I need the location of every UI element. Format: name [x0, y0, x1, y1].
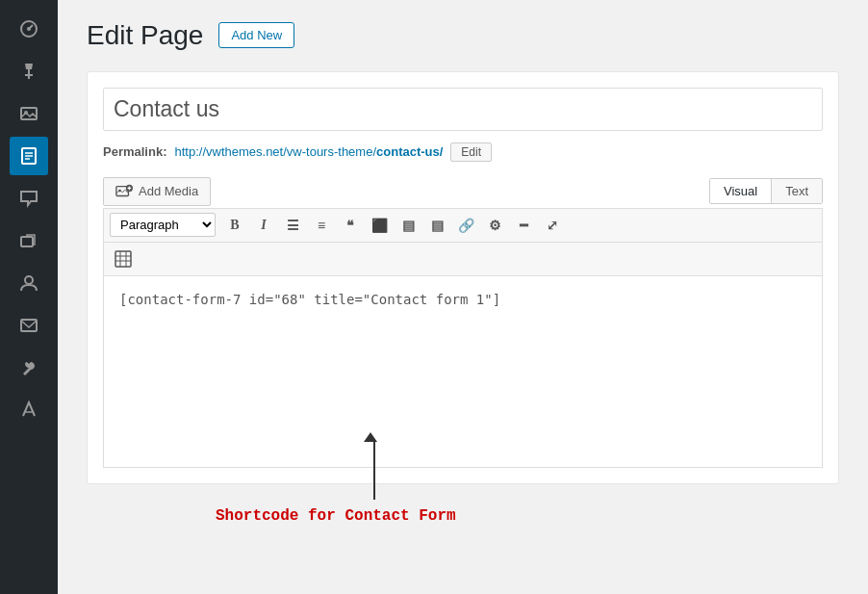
- sidebar-icon-settings[interactable]: [10, 391, 48, 429]
- italic-button[interactable]: I: [250, 213, 277, 238]
- svg-rect-17: [115, 251, 131, 267]
- svg-rect-8: [21, 237, 33, 246]
- svg-point-1: [27, 27, 31, 31]
- add-new-button[interactable]: Add New: [218, 22, 294, 48]
- bold-button[interactable]: B: [221, 213, 248, 238]
- page-header: Edit Page Add New: [87, 19, 839, 52]
- sidebar-icon-users[interactable]: [10, 264, 48, 302]
- arrow-head: [364, 432, 377, 442]
- page-title: Edit Page: [87, 19, 203, 52]
- permalink-row: Permalink: http://vwthemes.net/vw-tours-…: [103, 142, 823, 162]
- shortcode-content: [contact-form-7 id="68" title="Contact f…: [119, 292, 806, 307]
- add-media-icon: [115, 183, 133, 200]
- align-center-button[interactable]: ▤: [395, 213, 421, 238]
- svg-point-9: [25, 276, 33, 284]
- sidebar-icon-media[interactable]: [10, 94, 48, 133]
- annotation-label: Shortcode for Contact Form: [216, 507, 456, 525]
- align-left-button[interactable]: ⬛: [366, 213, 393, 238]
- toolbar-row: Add Media Visual Text: [103, 177, 823, 206]
- permalink-slug: contact-us/: [376, 144, 443, 159]
- sidebar-icon-mail[interactable]: [10, 306, 48, 345]
- sidebar-icon-appearance[interactable]: [10, 221, 48, 260]
- align-right-button[interactable]: ▤: [423, 213, 450, 238]
- tab-visual[interactable]: Visual: [710, 179, 772, 203]
- format-toolbar-2: [103, 242, 823, 275]
- add-media-label: Add Media: [139, 184, 198, 198]
- tab-text[interactable]: Text: [772, 179, 822, 203]
- arrow-line: [373, 442, 375, 500]
- sidebar: [0, 0, 58, 594]
- permalink-edit-button[interactable]: Edit: [450, 142, 492, 162]
- unordered-list-button[interactable]: ☰: [279, 213, 306, 238]
- table-button[interactable]: [110, 246, 137, 271]
- hr-button[interactable]: ━: [510, 213, 537, 238]
- sidebar-icon-dashboard[interactable]: [10, 10, 48, 48]
- sidebar-icon-comments[interactable]: [10, 179, 48, 218]
- editor-area[interactable]: [contact-form-7 id="68" title="Contact f…: [103, 275, 823, 468]
- page-title-input[interactable]: [103, 88, 823, 131]
- svg-rect-10: [21, 320, 37, 331]
- annotation-arrow: Shortcode for Contact Form: [216, 432, 456, 521]
- fullscreen-button[interactable]: ⤢: [539, 213, 566, 238]
- editor-container: Permalink: http://vwthemes.net/vw-tours-…: [87, 71, 839, 484]
- permalink-link[interactable]: http://vwthemes.net/vw-tours-theme/conta…: [174, 144, 443, 159]
- visual-text-tabs: Visual Text: [709, 178, 823, 204]
- sidebar-icon-pages[interactable]: [10, 137, 48, 175]
- format-select[interactable]: Paragraph Heading 1 Heading 2 Heading 3 …: [110, 213, 216, 237]
- sidebar-icon-tools[interactable]: [10, 349, 48, 387]
- format-toolbar: Paragraph Heading 1 Heading 2 Heading 3 …: [103, 208, 823, 242]
- permalink-label: Permalink:: [103, 144, 166, 159]
- ordered-list-button[interactable]: ≡: [308, 213, 335, 238]
- unlink-button[interactable]: ⚙: [481, 213, 508, 238]
- sidebar-icon-pin[interactable]: [10, 52, 48, 90]
- link-button[interactable]: 🔗: [452, 213, 479, 238]
- permalink-base: http://vwthemes.net/vw-tours-theme/: [174, 144, 376, 159]
- blockquote-button[interactable]: ❝: [337, 213, 364, 238]
- table-icon: [115, 250, 132, 268]
- main-content: Edit Page Add New Permalink: http://vwth…: [58, 0, 868, 594]
- add-media-button[interactable]: Add Media: [103, 177, 211, 206]
- svg-rect-2: [21, 108, 37, 119]
